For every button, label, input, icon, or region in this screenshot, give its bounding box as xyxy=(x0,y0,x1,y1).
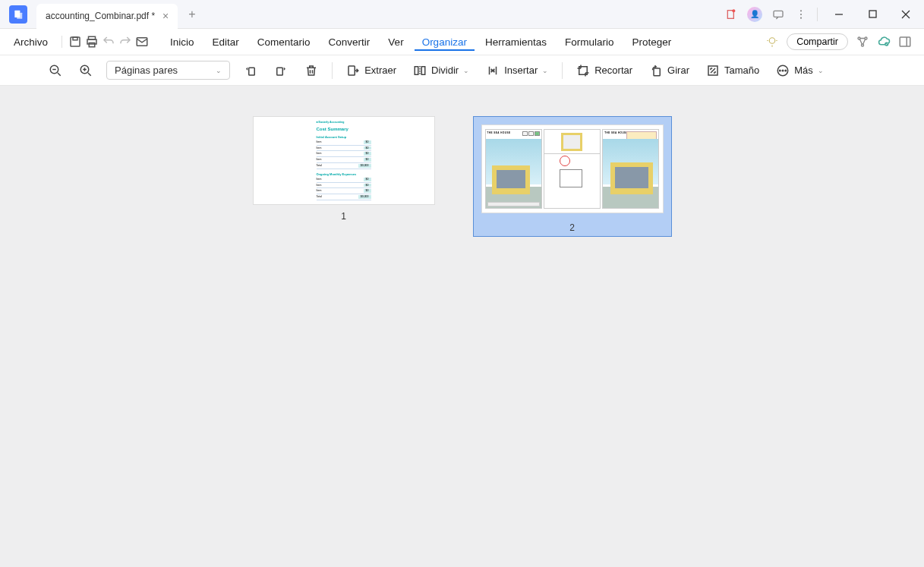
lightbulb-icon[interactable] xyxy=(765,35,779,49)
divider xyxy=(61,36,62,48)
rotate-left-button[interactable] xyxy=(241,62,260,79)
redo-icon[interactable] xyxy=(118,35,132,49)
menu-proteger[interactable]: Proteger xyxy=(624,33,679,51)
svg-point-6 xyxy=(800,13,802,14)
svg-rect-37 xyxy=(348,66,355,75)
svg-point-46 xyxy=(782,70,784,71)
insert-button[interactable]: Insertar⌄ xyxy=(483,62,551,79)
svg-point-3 xyxy=(732,9,735,12)
document-tab[interactable]: accounting_Combinar.pdf * × xyxy=(36,4,178,29)
connect-icon[interactable] xyxy=(856,35,869,49)
mail-icon[interactable] xyxy=(135,35,149,49)
tab-title: accounting_Combinar.pdf * xyxy=(46,11,155,21)
notification-icon[interactable] xyxy=(724,8,738,21)
svg-line-32 xyxy=(88,73,91,76)
zoom-out-button[interactable] xyxy=(46,62,65,79)
svg-point-5 xyxy=(800,10,802,11)
user-avatar-icon[interactable]: 👤 xyxy=(747,7,762,22)
zoom-in-button[interactable] xyxy=(76,62,96,79)
svg-point-45 xyxy=(780,70,781,71)
svg-rect-38 xyxy=(415,66,418,74)
svg-rect-42 xyxy=(654,68,660,76)
svg-rect-36 xyxy=(277,68,283,75)
chevron-down-icon: ⌄ xyxy=(463,67,469,74)
menu-ver[interactable]: Ver xyxy=(380,33,411,51)
size-button[interactable]: Tamaño xyxy=(703,62,762,79)
more-icon[interactable] xyxy=(794,8,808,21)
panel-icon[interactable] xyxy=(898,35,912,49)
divider xyxy=(332,62,333,79)
page-thumbnail-1[interactable]: ■ Easterly Accounting Cost Summary Initi… xyxy=(253,116,435,222)
more-button[interactable]: Más⌄ xyxy=(773,62,827,79)
svg-point-47 xyxy=(785,70,787,71)
menu-bar: Archivo Inicio Editar Comentario Convert… xyxy=(0,29,924,55)
organize-toolbar: Páginas pares ⌄ Extraer Dividir⌄ Inserta… xyxy=(0,55,924,86)
maximize-button[interactable] xyxy=(860,2,885,27)
svg-rect-9 xyxy=(869,11,876,17)
menu-formulario[interactable]: Formulario xyxy=(557,33,622,51)
svg-rect-1 xyxy=(17,12,22,18)
save-icon[interactable] xyxy=(68,35,82,49)
print-icon[interactable] xyxy=(85,35,99,49)
svg-rect-13 xyxy=(73,37,77,40)
close-window-button[interactable] xyxy=(894,2,918,27)
page-number: 1 xyxy=(341,211,346,222)
page-preview: THE SEA HOUSE xxx THE SEA HOUSE xyxy=(481,124,664,213)
svg-point-7 xyxy=(800,17,802,18)
chat-icon[interactable] xyxy=(771,8,785,21)
split-button[interactable]: Dividir⌄ xyxy=(410,62,472,79)
divider xyxy=(562,62,563,79)
svg-point-24 xyxy=(862,44,864,46)
svg-rect-4 xyxy=(774,11,783,17)
extract-button[interactable]: Extraer xyxy=(343,62,399,79)
menu-file[interactable]: Archivo xyxy=(6,33,55,51)
menu-herramientas[interactable]: Herramientas xyxy=(478,33,554,51)
chevron-down-icon: ⌄ xyxy=(818,67,824,74)
svg-rect-39 xyxy=(421,66,425,74)
page-selection-dropdown[interactable]: Páginas pares ⌄ xyxy=(106,61,230,80)
cloud-icon[interactable] xyxy=(877,35,891,49)
divider xyxy=(817,8,818,21)
delete-page-button[interactable] xyxy=(301,62,321,79)
share-button[interactable]: Compartir xyxy=(787,33,848,50)
undo-icon[interactable] xyxy=(102,35,115,49)
chevron-down-icon: ⌄ xyxy=(542,67,548,74)
page-preview: ■ Easterly Accounting Cost Summary Initi… xyxy=(253,116,435,205)
page-thumbnail-2[interactable]: THE SEA HOUSE xxx THE SEA HOUSE 2 xyxy=(473,116,672,237)
add-tab-button[interactable]: + xyxy=(178,8,206,21)
page-number: 2 xyxy=(569,222,575,233)
svg-line-29 xyxy=(58,73,61,76)
chevron-down-icon: ⌄ xyxy=(216,67,222,74)
page-organizer-workspace: ■ Easterly Accounting Cost Summary Initi… xyxy=(0,86,924,567)
menu-inicio[interactable]: Inicio xyxy=(162,33,202,51)
page-selection-value: Páginas pares xyxy=(115,65,178,76)
menu-convertir[interactable]: Convertir xyxy=(321,33,378,51)
rotate-button[interactable]: Girar xyxy=(646,62,692,79)
svg-point-18 xyxy=(769,38,775,44)
menu-organizar[interactable]: Organizar xyxy=(415,33,475,51)
app-logo-icon xyxy=(9,5,27,24)
rotate-right-button[interactable] xyxy=(271,62,291,79)
svg-rect-12 xyxy=(71,37,80,46)
title-bar: accounting_Combinar.pdf * × + 👤 xyxy=(0,0,924,29)
close-tab-icon[interactable]: × xyxy=(162,10,169,22)
svg-rect-35 xyxy=(249,68,255,75)
menu-comentario[interactable]: Comentario xyxy=(250,33,318,51)
menu-editar[interactable]: Editar xyxy=(205,33,247,51)
minimize-button[interactable] xyxy=(827,2,851,27)
crop-button[interactable]: Recortar xyxy=(573,62,635,79)
svg-rect-26 xyxy=(900,37,910,46)
